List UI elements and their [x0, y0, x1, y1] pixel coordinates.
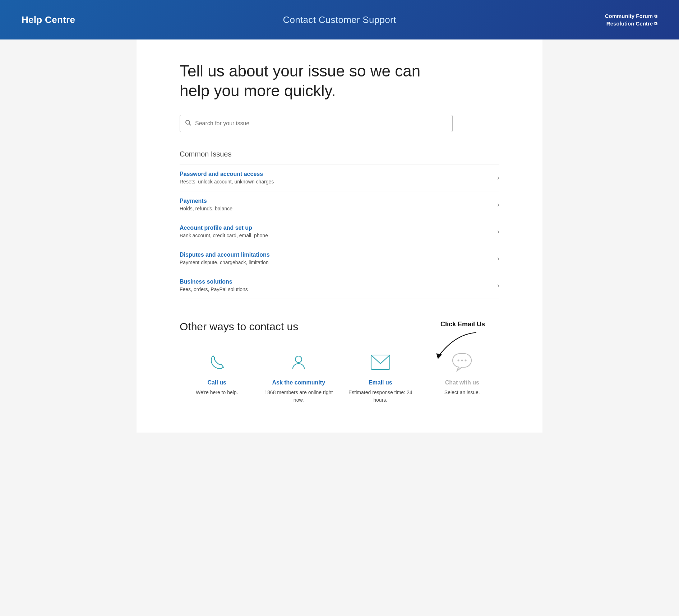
external-link-icon-resolution: ⧉	[654, 21, 657, 26]
issue-desc-account-profile: Bank account, credit card, email, phone	[180, 233, 490, 238]
svg-marker-2	[436, 353, 442, 359]
issue-content-password: Password and account access Resets, unlo…	[180, 171, 490, 185]
community-forum-link[interactable]: Community Forum ⧉	[605, 13, 657, 19]
other-ways-section: Other ways to contact us Click Email Us …	[180, 321, 499, 404]
issue-title-payments: Payments	[180, 198, 490, 204]
community-name: Ask the community	[272, 379, 325, 386]
search-bar	[180, 115, 453, 132]
community-card[interactable]: Ask the community 1868 members are onlin…	[263, 351, 334, 404]
call-us-name: Call us	[208, 379, 226, 386]
community-desc: 1868 members are online right now.	[263, 389, 334, 404]
svg-point-3	[295, 356, 302, 363]
issue-content-account-profile: Account profile and set up Bank account,…	[180, 225, 490, 238]
issue-item-payments[interactable]: Payments Holds, refunds, balance ›	[180, 191, 499, 218]
annotation-label: Click Email Us	[440, 321, 485, 328]
chevron-icon-payments: ›	[497, 201, 499, 209]
email-us-card[interactable]: Email us Estimated response time: 24 hou…	[345, 351, 416, 404]
issue-title-password: Password and account access	[180, 171, 490, 177]
annotation-click-email: Click Email Us	[413, 321, 485, 360]
chevron-icon-business: ›	[497, 282, 499, 289]
issue-item-password[interactable]: Password and account access Resets, unlo…	[180, 164, 499, 191]
chat-us-desc: Select an issue.	[444, 389, 480, 396]
issue-desc-business: Fees, orders, PayPal solutions	[180, 286, 490, 292]
page-header-title: Contact Customer Support	[283, 14, 396, 25]
community-icon	[287, 351, 310, 374]
email-us-name: Email us	[369, 379, 392, 386]
issue-item-disputes[interactable]: Disputes and account limitations Payment…	[180, 245, 499, 272]
phone-icon	[205, 351, 228, 374]
email-us-desc: Estimated response time: 24 hours.	[345, 389, 416, 404]
email-icon	[369, 351, 392, 374]
resolution-centre-label: Resolution Centre	[606, 20, 653, 27]
issues-list: Password and account access Resets, unlo…	[180, 164, 499, 299]
svg-point-8	[465, 360, 467, 361]
page-headline: Tell us about your issue so we can help …	[180, 61, 431, 101]
community-forum-label: Community Forum	[605, 13, 653, 19]
issue-content-business: Business solutions Fees, orders, PayPal …	[180, 279, 490, 292]
svg-point-7	[461, 360, 463, 361]
issue-title-disputes: Disputes and account limitations	[180, 252, 490, 258]
search-icon	[185, 120, 191, 128]
header: Help Centre Contact Customer Support Com…	[0, 0, 679, 39]
annotation-arrow-icon	[413, 331, 485, 360]
header-links: Community Forum ⧉ Resolution Centre ⧉	[605, 13, 657, 27]
call-us-desc: We're here to help.	[196, 389, 238, 396]
issue-desc-disputes: Payment dispute, chargeback, limitation	[180, 260, 490, 265]
svg-line-1	[189, 123, 191, 125]
site-logo[interactable]: Help Centre	[22, 14, 75, 25]
issue-title-business: Business solutions	[180, 279, 490, 285]
main-content: Tell us about your issue so we can help …	[137, 39, 542, 433]
call-us-card[interactable]: Call us We're here to help.	[181, 351, 253, 404]
issue-item-business[interactable]: Business solutions Fees, orders, PayPal …	[180, 272, 499, 299]
external-link-icon-community: ⧉	[654, 14, 657, 19]
issue-content-payments: Payments Holds, refunds, balance	[180, 198, 490, 211]
issue-desc-payments: Holds, refunds, balance	[180, 206, 490, 211]
svg-point-0	[186, 120, 190, 124]
issue-desc-password: Resets, unlock account, unknown charges	[180, 179, 490, 185]
chevron-icon-account-profile: ›	[497, 228, 499, 235]
chevron-icon-disputes: ›	[497, 255, 499, 262]
search-input[interactable]	[195, 120, 447, 127]
issue-item-account-profile[interactable]: Account profile and set up Bank account,…	[180, 218, 499, 245]
common-issues-section: Common Issues Password and account acces…	[180, 150, 499, 299]
issue-content-disputes: Disputes and account limitations Payment…	[180, 252, 490, 265]
chat-us-name: Chat with us	[445, 379, 479, 386]
chevron-icon-password: ›	[497, 174, 499, 182]
resolution-centre-link[interactable]: Resolution Centre ⧉	[606, 20, 657, 27]
common-issues-label: Common Issues	[180, 150, 499, 158]
issue-title-account-profile: Account profile and set up	[180, 225, 490, 231]
svg-point-6	[458, 360, 459, 361]
